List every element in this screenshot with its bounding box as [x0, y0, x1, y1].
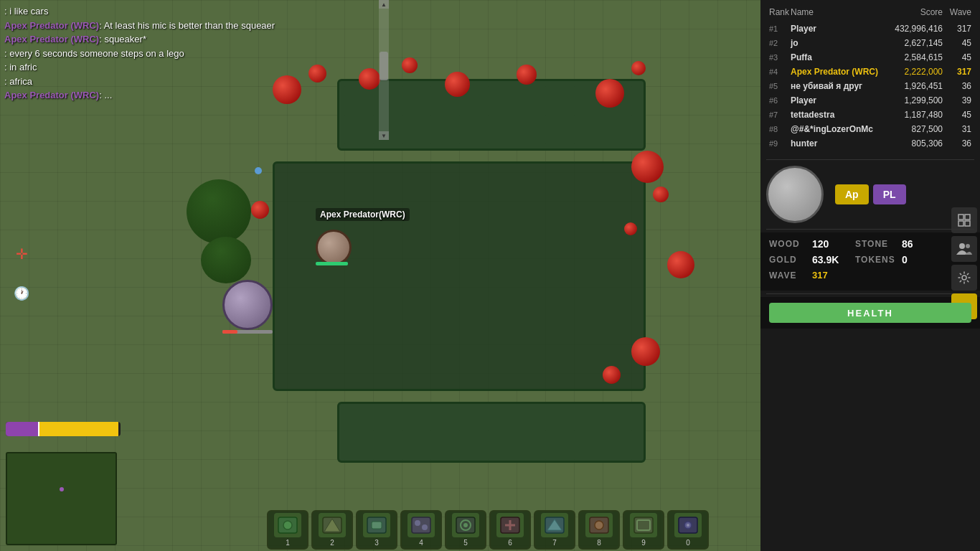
svg-point-18	[595, 521, 603, 529]
lb-row-6: #6 Player 1,299,500 39	[766, 93, 974, 108]
chat-message: Apex Predator (WRC): At least his mic is…	[4, 19, 376, 33]
toolbar-icon-9	[630, 513, 657, 537]
bush	[201, 237, 251, 283]
lb-wave-1: 317	[943, 24, 971, 34]
health-section: HEALTH	[760, 297, 980, 329]
main-base	[273, 79, 646, 452]
resources-panel: WOOD 120 STONE 86 GOLD 63.9K TOKENS 0 WA…	[760, 232, 980, 291]
stone-label: STONE	[855, 239, 902, 249]
lb-name-9: hunter	[791, 138, 878, 149]
lb-name-2: jo	[791, 38, 878, 48]
toolbar-num-9: 9	[641, 539, 646, 547]
scrollbar-thumb[interactable]	[380, 52, 388, 80]
enemy-blob	[667, 251, 694, 278]
chat-message: : every 6 seconds someone steps on a leg…	[4, 47, 376, 61]
wave-value: 317	[812, 270, 855, 281]
scroll-up-arrow[interactable]: ▲	[379, 0, 389, 9]
chat-player-name: Apex Predator (WRC)	[4, 20, 99, 31]
chat-message: : in afric	[4, 60, 376, 75]
toolbar-icon-1	[274, 513, 301, 537]
lb-wave-4: 317	[943, 67, 971, 77]
people-icon[interactable]	[951, 236, 977, 262]
header-score: Score	[878, 7, 943, 17]
avatar-button-pl[interactable]: PL	[873, 184, 906, 204]
lb-rank-2: #2	[769, 39, 791, 47]
lb-rank-6: #6	[769, 96, 791, 105]
right-panel: Rank Name Score Wave #1 Player 432,996,4…	[760, 0, 980, 551]
chat-player-name: Apex Predator (WRC)	[4, 34, 99, 44]
lb-row-2: #2 jo 2,627,145 45	[766, 36, 974, 50]
toolbar-num-5: 5	[463, 539, 468, 547]
lb-wave-6: 39	[943, 95, 971, 105]
enemy-blob	[631, 61, 646, 75]
wave-label: WAVE	[769, 270, 812, 281]
player-label: Apex Predator(WRC)	[316, 208, 410, 221]
toolbar-icon-2	[319, 513, 346, 537]
toolbar-item-6[interactable]: 6	[489, 510, 531, 550]
lb-score-9: 805,306	[878, 138, 943, 149]
toolbar-item-0[interactable]: 0	[667, 510, 709, 550]
mini-map-player	[60, 487, 64, 491]
toolbar-num-0: 0	[686, 539, 690, 547]
toolbar-icon-4	[407, 513, 435, 537]
toolbar-item-1[interactable]: 1	[267, 510, 308, 550]
toolbar-num-7: 7	[552, 539, 557, 547]
xp-bar	[6, 422, 121, 436]
toolbar-num-4: 4	[419, 539, 423, 547]
lb-score-4: 2,222,000	[878, 67, 943, 77]
toolbar-num-6: 6	[508, 539, 512, 547]
toolbar-icon-7	[541, 513, 568, 537]
avatar-button-ap[interactable]: Ap	[835, 184, 869, 204]
health-label: HEALTH	[847, 308, 893, 319]
svg-point-29	[966, 244, 970, 248]
game-area[interactable]: Apex Predator(WRC) ✛ 🕐	[0, 0, 760, 551]
settings-icon[interactable]	[951, 265, 977, 291]
toolbar-icon-0	[674, 513, 702, 537]
toolbar-icon-5	[452, 513, 479, 537]
lb-name-5: не убивай я друг	[791, 81, 878, 91]
svg-point-23	[687, 524, 689, 527]
chat-message: : i like cars	[4, 4, 376, 19]
toolbar-item-4[interactable]: 4	[400, 510, 442, 550]
toolbar-item-2[interactable]: 2	[311, 510, 353, 550]
health-bar: HEALTH	[769, 303, 971, 323]
xp-bar-section	[6, 422, 121, 436]
lb-wave-5: 36	[943, 81, 971, 91]
toolbar-item-8[interactable]: 8	[578, 510, 620, 550]
lb-wave-3: 45	[943, 52, 971, 62]
gold-label: GOLD	[769, 255, 812, 265]
lb-row-9: #9 hunter 805,306 36	[766, 136, 974, 151]
lb-rank-5: #5	[769, 82, 791, 90]
mini-map[interactable]	[6, 452, 117, 545]
enemy-blob	[603, 366, 621, 384]
enemy-blob	[402, 57, 418, 73]
svg-rect-27	[965, 221, 970, 226]
lb-name-1: Player	[791, 24, 878, 34]
player-entity	[316, 230, 352, 265]
svg-point-30	[962, 276, 966, 280]
lb-name-8: @#&*ingLozerOnMc	[791, 124, 878, 134]
toolbar-item-7[interactable]: 7	[534, 510, 575, 550]
lb-score-7: 1,187,480	[878, 110, 943, 120]
lb-name-7: tettadestra	[791, 110, 878, 120]
scroll-down-arrow[interactable]: ▼	[379, 131, 389, 140]
toolbar-item-5[interactable]: 5	[445, 510, 486, 550]
tokens-value: 0	[902, 254, 908, 265]
toolbar-num-3: 3	[374, 539, 379, 547]
lb-row-7: #7 tettadestra 1,187,480 45	[766, 108, 974, 122]
grid-icon[interactable]	[951, 207, 977, 233]
svg-rect-24	[958, 215, 963, 220]
lb-rank-9: #9	[769, 139, 791, 148]
wood-row: WOOD 120 STONE 86	[769, 238, 971, 250]
chat-scrollbar[interactable]: ▲ ▼	[379, 0, 389, 140]
lb-name-4: Apex Predator (WRC)	[791, 67, 878, 77]
toolbar-icon-8	[585, 513, 613, 537]
header-wave: Wave	[943, 7, 971, 17]
enemy-blob	[445, 72, 470, 97]
chat-message: Apex Predator (WRC): ...	[4, 88, 376, 103]
lb-rank-4: #4	[769, 67, 791, 76]
toolbar-item-9[interactable]: 9	[623, 510, 664, 550]
enemy-blob	[251, 201, 269, 219]
lb-score-3: 2,584,615	[878, 52, 943, 62]
toolbar-item-3[interactable]: 3	[356, 510, 397, 550]
